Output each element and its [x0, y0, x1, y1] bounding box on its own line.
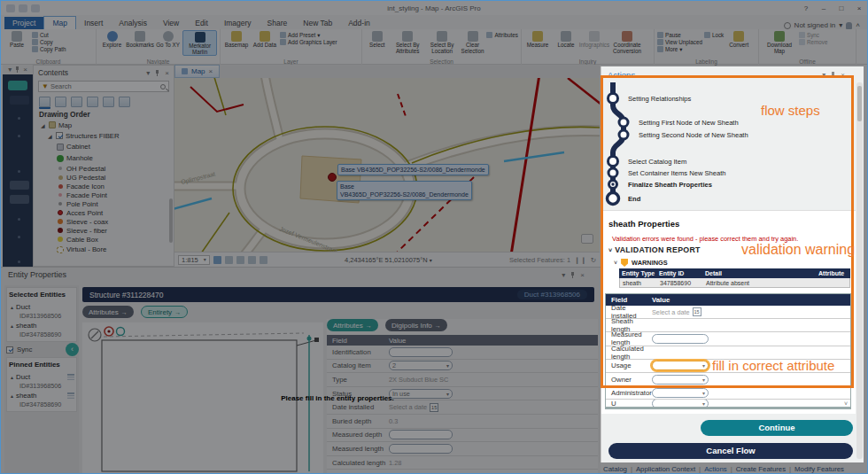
close-icon[interactable]: × [841, 71, 845, 79]
arcgis-pro-window: int_styling - Map - ArcGIS Pro ? – □ × P… [0, 0, 868, 474]
flow-step-end[interactable]: End [628, 195, 640, 203]
annotation-validation-warning: validation warning [741, 242, 855, 258]
owner-select[interactable]: ▾ [652, 375, 709, 385]
field-row-clipped: U▾˅ [606, 400, 850, 408]
validation-report-heading[interactable]: ˅ VALIDATION REPORT [608, 245, 701, 254]
calendar-icon[interactable]: 15 [693, 307, 701, 316]
warnings-table: Entity TypeEntity IDDetailAttribute shea… [619, 268, 850, 288]
flow-step[interactable]: Setting Relationships [628, 95, 691, 103]
clipped-select[interactable]: ▾ [652, 400, 709, 408]
pin-icon[interactable] [830, 72, 836, 78]
administrator-select[interactable]: ▾ [652, 388, 709, 398]
warning-row[interactable]: sheath347858690Attribute absent [619, 278, 850, 288]
usage-select[interactable]: ▾ [652, 361, 709, 370]
actions-panel: Actions ▾× Setting Relationships Setting… [601, 66, 864, 462]
sheath-properties-heading: sheath Properties [608, 219, 679, 229]
scroll-down-icon[interactable]: ˅ [844, 400, 848, 407]
please-fill-message: Please fill in the entity properties. [267, 394, 408, 402]
flow-step[interactable]: Setting Second Node of New Sheath [639, 131, 748, 139]
warning-shield-icon [621, 259, 628, 267]
continue-button[interactable]: Continue [701, 420, 853, 436]
cancel-flow-button[interactable]: Cancel Flow [608, 443, 853, 459]
measured-length-input[interactable] [652, 334, 709, 344]
sheath-fields-table: FieldValue Date installedSelect a date15… [605, 293, 851, 409]
flow-step[interactable]: Setting First Node of New Sheath [639, 119, 739, 127]
warnings-heading[interactable]: ˅WARNINGS [614, 259, 668, 267]
flow-step[interactable]: Select Catalog Item [628, 158, 686, 166]
flow-step-current[interactable]: Finalize Sheath Properties [628, 181, 712, 189]
actions-scrollbar[interactable] [856, 82, 863, 459]
flow-step[interactable]: Set Container Items New Sheath [628, 169, 726, 177]
field-row-owner: Owner▾ [606, 373, 850, 386]
field-row-administrator: Administrator▾ [606, 386, 850, 400]
actions-title: Actions [608, 70, 635, 80]
annotation-flow-steps: flow steps [761, 103, 820, 118]
annotation-fill-attribute: fill in correct attribute [712, 358, 834, 373]
